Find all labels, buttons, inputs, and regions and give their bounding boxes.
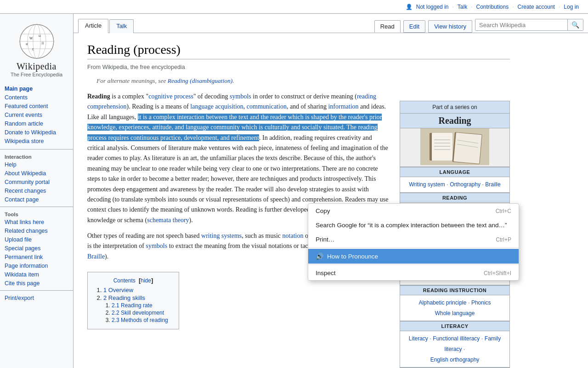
ctx-search-google[interactable]: Search Google for “it is a complex inter…: [308, 218, 519, 232]
sidebar-item-wikidata[interactable]: Wikidata item: [0, 270, 73, 279]
action-view-history[interactable]: View history: [428, 20, 472, 33]
ctx-copy[interactable]: Copy Ctrl+C: [308, 204, 519, 218]
writing-systems-link[interactable]: writing systems: [201, 232, 242, 239]
talk-link[interactable]: Talk: [458, 4, 467, 10]
sidebar-item-upload[interactable]: Upload file: [0, 235, 73, 244]
svg-text:Ω: Ω: [39, 34, 41, 37]
sidebar-item-featured[interactable]: Featured content: [0, 102, 73, 110]
logo-area: W Ω И 日 ع Wikipedia The Free Encyclopedi…: [0, 18, 73, 84]
orthography-link[interactable]: Orthography: [450, 181, 481, 188]
toc-link-2-1[interactable]: 2.1 Reading rate: [112, 302, 153, 309]
ctx-how-to-pronounce[interactable]: 🔊 How to Pronounce: [308, 249, 519, 264]
sidebar-item-store[interactable]: Wikipedia store: [0, 137, 73, 145]
language-acquisition-link[interactable]: language acquisition: [190, 103, 243, 110]
symbols2-link[interactable]: symbols: [146, 242, 168, 249]
braille-link2[interactable]: Braille: [485, 181, 500, 188]
toc-item-2: 2 Reading skills 2.1 Reading rate 2.2 Sk…: [103, 294, 171, 323]
tab-talk[interactable]: Talk: [109, 19, 134, 33]
toc-item-2-2: 2.2 Skill development: [112, 310, 171, 316]
symbols-link[interactable]: symbols: [230, 93, 251, 100]
search-button[interactable]: 🔍: [567, 19, 583, 30]
article: Reading (process) From Wikipedia, the fr…: [74, 33, 524, 368]
sidebar-item-current-events[interactable]: Current events: [0, 110, 73, 119]
log-in-link[interactable]: Log in: [564, 4, 579, 10]
sidebar-item-about[interactable]: About Wikipedia: [0, 169, 73, 178]
toc-link-2-2[interactable]: 2.2 Skill development: [112, 310, 164, 316]
user-icon: 👤: [406, 4, 413, 10]
ctx-pronounce-label: How to Pronounce: [327, 253, 511, 260]
rbox-literacy-links: Literacy · Functional illiteracy · Famil…: [400, 331, 509, 368]
sidebar-item-contact[interactable]: Contact page: [0, 195, 73, 204]
toc-item-2-1: 2.1 Reading rate: [112, 302, 171, 309]
svg-rect-21: [453, 132, 481, 164]
toc-title: Contents [hide]: [95, 277, 171, 284]
communication-link[interactable]: communication: [247, 103, 287, 110]
tab-article[interactable]: Article: [78, 19, 108, 33]
toc-list: 1 Overview 2 Reading skills 2.1 Reading …: [95, 287, 171, 323]
ctx-separator: [308, 247, 519, 248]
literacy-link[interactable]: Literacy: [409, 335, 428, 342]
sidebar-item-print-export[interactable]: Print/export: [0, 293, 73, 302]
action-edit[interactable]: Edit: [403, 20, 425, 33]
sidebar-divider-3: [0, 290, 73, 291]
left-tabs: Article Talk: [78, 18, 135, 33]
phonics-link[interactable]: Phonics: [471, 299, 491, 306]
alphabetic-principle-link[interactable]: Alphabetic principle: [418, 299, 466, 306]
svg-rect-15: [432, 133, 452, 161]
rbox-literacy-header: Literacy: [400, 321, 509, 331]
sidebar-item-contents[interactable]: Contents: [0, 93, 73, 102]
hatnote: For alternate meanings, see Reading (dis…: [87, 77, 510, 85]
information-link[interactable]: information: [328, 103, 358, 110]
sidebar: W Ω И 日 ع Wikipedia The Free Encyclopedi…: [0, 14, 74, 368]
ctx-copy-label: Copy: [316, 207, 477, 214]
sidebar-item-page-info[interactable]: Page information: [0, 261, 73, 270]
wikipedia-title: Wikipedia: [5, 61, 68, 72]
ctx-separator2: [308, 264, 519, 265]
sidebar-item-recent-changes[interactable]: Recent changes: [0, 186, 73, 195]
braille-link[interactable]: Braille: [87, 253, 105, 260]
sidebar-item-help[interactable]: Help: [0, 160, 73, 169]
action-read[interactable]: Read: [374, 20, 401, 33]
sidebar-item-donate[interactable]: Donate to Wikipedia: [0, 128, 73, 137]
disambiguation-link[interactable]: Reading (disambiguation): [168, 77, 232, 84]
sidebar-item-community[interactable]: Community portal: [0, 178, 73, 186]
create-account-link[interactable]: Create account: [518, 4, 555, 10]
sidebar-item-main-page[interactable]: Main page: [0, 84, 73, 93]
sidebar-item-what-links[interactable]: What links here: [0, 218, 73, 226]
toc-hide[interactable]: hide: [141, 277, 151, 284]
tab-bar: Article Talk Read Edit View history 🔍: [74, 14, 588, 33]
rbox-title: Reading: [400, 114, 509, 128]
wikipedia-globe-icon: W Ω И 日 ع: [18, 23, 55, 60]
sidebar-item-special-pages[interactable]: Special pages: [0, 244, 73, 253]
svg-text:И: И: [26, 42, 28, 46]
ctx-inspect[interactable]: Inspect Ctrl+Shift+I: [308, 266, 519, 280]
sidebar-item-related-changes[interactable]: Related changes: [0, 226, 73, 235]
english-orthography-link[interactable]: English orthography: [430, 356, 480, 363]
contributions-link[interactable]: Contributions: [476, 4, 509, 10]
functional-illiteracy-link[interactable]: Functional illiteracy: [433, 335, 480, 342]
sidebar-item-permalink[interactable]: Permanent link: [0, 253, 73, 261]
toc-link-1[interactable]: 1 Overview: [103, 287, 133, 293]
ctx-print[interactable]: Print… Ctrl+P: [308, 232, 519, 247]
cognitive-process-link[interactable]: cognitive process: [148, 93, 193, 100]
toc-item-2-3: 2.3 Methods of reading: [112, 317, 171, 323]
from-wiki: From Wikipedia, the free encyclopedia: [87, 64, 510, 70]
toc-sublist: 2.1 Reading rate 2.2 Skill development 2…: [103, 302, 171, 323]
schemata-link[interactable]: schemata theory: [147, 217, 189, 224]
whole-language-link[interactable]: Whole language: [435, 310, 475, 316]
selected-text: it is a complex interaction between the …: [87, 114, 382, 141]
nav-section-main: Main page Contents Featured content Curr…: [0, 84, 73, 145]
sidebar-item-cite[interactable]: Cite this page: [0, 279, 73, 288]
writing-system-link[interactable]: Writing system: [409, 181, 445, 188]
book-image-icon: [420, 128, 489, 165]
notation-link[interactable]: notation: [283, 232, 304, 239]
ctx-inspect-label: Inspect: [316, 270, 465, 276]
rbox-instruction-header: Reading Instruction: [400, 285, 509, 295]
search-input[interactable]: [475, 20, 567, 30]
toc-item-1: 1 Overview: [103, 287, 171, 293]
toc-link-2[interactable]: 2 Reading skills: [103, 294, 145, 301]
ctx-copy-shortcut: Ctrl+C: [496, 208, 511, 214]
toc-link-2-3[interactable]: 2.3 Methods of reading: [112, 317, 168, 323]
sidebar-item-random[interactable]: Random article: [0, 119, 73, 128]
sidebar-divider-1: [0, 149, 73, 150]
